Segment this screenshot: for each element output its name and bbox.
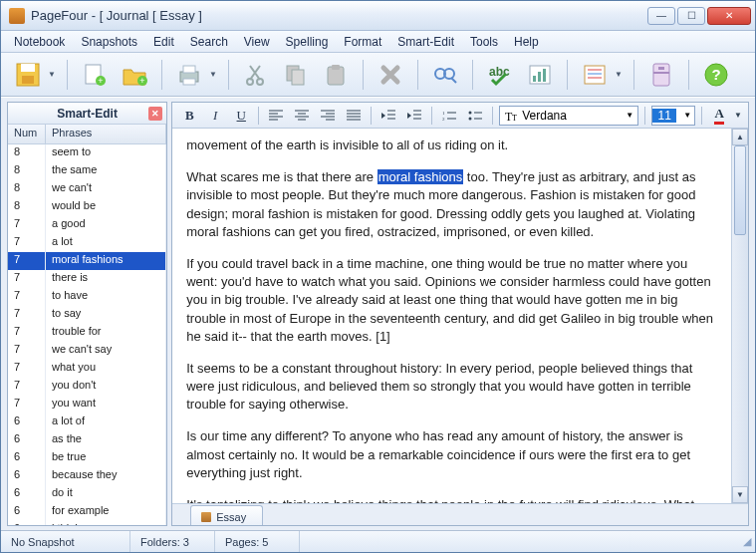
underline-button[interactable]: U (230, 106, 252, 126)
phrase-list[interactable]: 8seem to8the same8we can't8would be7a go… (8, 144, 166, 525)
font-size-select[interactable]: 11 ▼ (651, 106, 695, 126)
copy-icon[interactable] (279, 58, 313, 92)
maximize-button[interactable]: ☐ (677, 7, 705, 25)
svg-rect-16 (332, 65, 340, 70)
tab-essay[interactable]: Essay (190, 505, 263, 525)
align-justify-button[interactable] (343, 106, 365, 126)
status-pages: Pages: 5 (215, 531, 300, 552)
bullet-list-button[interactable] (464, 106, 486, 126)
statusbar: No Snapshot Folders: 3 Pages: 5 ◢ (1, 530, 755, 552)
smartedit-icon[interactable] (578, 58, 612, 92)
print-dropdown[interactable]: ▼ (208, 58, 218, 92)
align-left-button[interactable] (265, 106, 287, 126)
paste-icon[interactable] (319, 58, 353, 92)
phrase-row[interactable]: 8would be (8, 198, 166, 216)
phrase-row[interactable]: 6i think (8, 521, 166, 525)
new-folder-icon[interactable]: + (118, 58, 151, 92)
phrase-row[interactable]: 6because they (8, 467, 166, 485)
menu-help[interactable]: Help (507, 33, 546, 51)
align-center-button[interactable] (291, 106, 313, 126)
font-color-dropdown[interactable]: ▼ (734, 111, 742, 120)
new-page-icon[interactable]: + (78, 58, 112, 92)
phrase-row[interactable]: 7a good (8, 216, 166, 234)
cut-icon[interactable] (239, 58, 273, 92)
smartedit-panel: Smart-Edit ✕ Num Phrases 8seem to8the sa… (7, 102, 167, 526)
status-snapshot: No Snapshot (1, 531, 130, 552)
menu-edit[interactable]: Edit (146, 33, 181, 51)
phrase-row[interactable]: 8seem to (8, 144, 166, 162)
numbered-list-button[interactable]: 12 (438, 106, 460, 126)
phrase-row[interactable]: 8the same (8, 162, 166, 180)
phrase-row[interactable]: 8we can't (8, 180, 166, 198)
print-icon[interactable] (172, 58, 206, 92)
svg-point-60 (469, 117, 472, 120)
phrase-row[interactable]: 7you don't (8, 378, 166, 396)
align-right-button[interactable] (317, 106, 339, 126)
phrase-row[interactable]: 7moral fashions (8, 252, 166, 270)
svg-rect-22 (538, 72, 541, 82)
svg-point-11 (247, 79, 253, 85)
phrase-row[interactable]: 6as the (8, 431, 166, 449)
smartedit-dropdown[interactable]: ▼ (614, 58, 624, 92)
help-icon[interactable]: ? (699, 58, 733, 92)
outdent-button[interactable] (378, 106, 399, 126)
phrase-row[interactable]: 6be true (8, 449, 166, 467)
stats-icon[interactable] (523, 58, 557, 92)
phrase-row[interactable]: 7a lot (8, 234, 166, 252)
col-phrase-header[interactable]: Phrases (46, 125, 166, 143)
svg-text:?: ? (711, 66, 720, 83)
phrase-row[interactable]: 6do it (8, 485, 166, 503)
scroll-thumb[interactable] (734, 145, 746, 235)
svg-rect-21 (533, 76, 536, 82)
menu-tools[interactable]: Tools (463, 33, 505, 51)
delete-icon[interactable] (374, 58, 407, 92)
menu-notebook[interactable]: Notebook (7, 33, 72, 51)
scrollbar[interactable]: ▲ ▼ (731, 129, 748, 503)
font-name-value: Verdana (522, 109, 622, 123)
font-color-button[interactable]: A (708, 106, 730, 126)
svg-rect-1 (21, 64, 35, 72)
svg-rect-10 (183, 79, 195, 85)
phrase-row[interactable]: 7trouble for (8, 324, 166, 342)
phrase-row[interactable]: 7there is (8, 270, 166, 288)
text-editor[interactable]: movement of the earth is invisible to al… (172, 129, 731, 503)
resize-grip-icon[interactable]: ◢ (733, 531, 755, 552)
bold-button[interactable]: B (178, 106, 200, 126)
menu-spelling[interactable]: Spelling (279, 33, 336, 51)
spellcheck-icon[interactable]: abc (483, 58, 517, 92)
scroll-up-icon[interactable]: ▲ (732, 129, 748, 145)
phrase-row[interactable]: 7to have (8, 288, 166, 306)
para: movement of the earth is invisible to al… (186, 137, 717, 154)
svg-rect-29 (653, 72, 669, 74)
save-dropdown[interactable]: ▼ (47, 58, 57, 92)
indent-button[interactable] (403, 106, 425, 126)
svg-point-59 (469, 111, 472, 114)
svg-rect-30 (658, 67, 664, 70)
menubar: NotebookSnapshotsEditSearchViewSpellingF… (1, 31, 755, 53)
panel-close-icon[interactable]: ✕ (148, 107, 162, 121)
scroll-down-icon[interactable]: ▼ (732, 486, 748, 503)
format-toolbar: B I U 12 TT Verdana ▼ (172, 103, 748, 129)
phrase-row[interactable]: 7what you (8, 360, 166, 378)
menu-smartedit[interactable]: Smart-Edit (390, 33, 461, 51)
close-button[interactable]: ✕ (707, 7, 751, 25)
minimize-button[interactable]: — (647, 7, 675, 25)
italic-button[interactable]: I (204, 106, 226, 126)
phrase-row[interactable]: 6for example (8, 503, 166, 521)
phrase-row[interactable]: 7we can't say (8, 342, 166, 360)
archive-icon[interactable] (644, 58, 678, 92)
font-family-select[interactable]: TT Verdana ▼ (499, 106, 638, 126)
font-size-value: 11 (652, 109, 676, 123)
phrase-row[interactable]: 7to say (8, 306, 166, 324)
search-icon[interactable] (428, 58, 462, 92)
svg-text:+: + (139, 76, 144, 86)
phrase-row[interactable]: 7you want (8, 396, 166, 414)
para: If you could travel back in a time machi… (186, 255, 717, 346)
phrase-row[interactable]: 6a lot of (8, 414, 166, 431)
menu-snapshots[interactable]: Snapshots (74, 33, 144, 51)
menu-search[interactable]: Search (183, 33, 235, 51)
col-num-header[interactable]: Num (8, 125, 46, 143)
save-icon[interactable] (11, 58, 45, 92)
menu-format[interactable]: Format (337, 33, 388, 51)
menu-view[interactable]: View (237, 33, 277, 51)
